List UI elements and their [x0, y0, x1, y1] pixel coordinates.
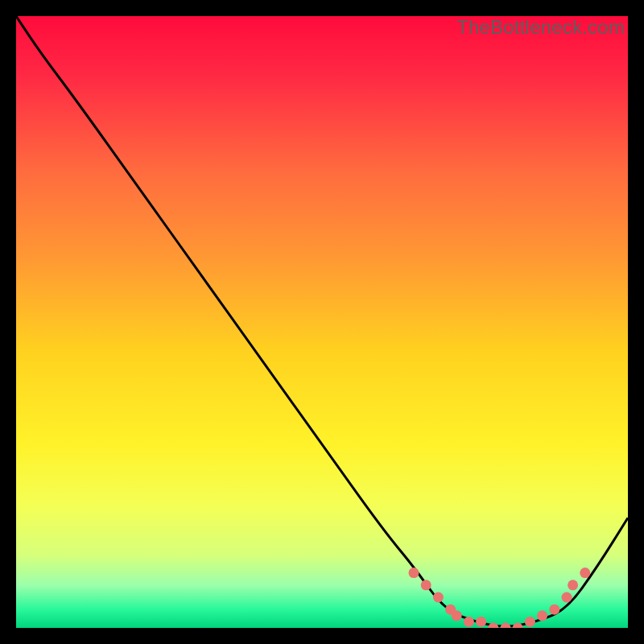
chart-frame: TheBottleneck.com	[16, 16, 628, 628]
basin-dot	[568, 580, 578, 590]
gradient-background	[16, 16, 628, 628]
basin-dot	[537, 610, 547, 621]
basin-dot	[580, 568, 590, 578]
basin-dot	[452, 610, 462, 621]
basin-dot	[464, 617, 474, 627]
basin-dot	[476, 617, 486, 627]
chart-svg	[16, 16, 628, 628]
basin-dot	[421, 580, 431, 590]
watermark-text: TheBottleneck.com	[456, 16, 625, 39]
basin-dot	[409, 568, 419, 578]
basin-dot	[549, 605, 559, 615]
basin-dot	[562, 592, 572, 603]
basin-dot	[525, 617, 535, 627]
basin-dot	[433, 592, 444, 603]
